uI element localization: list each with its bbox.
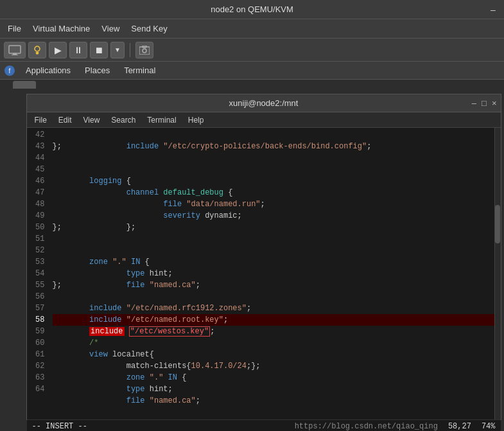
term-view[interactable]: View: [78, 115, 105, 125]
places-menu[interactable]: Places: [78, 64, 116, 76]
term-file[interactable]: File: [30, 115, 52, 125]
svg-point-7: [143, 49, 146, 53]
svg-point-3: [35, 46, 40, 51]
cursor-url: https://blog.csdn.net/qiao_qing: [295, 422, 438, 431]
svg-rect-4: [36, 52, 39, 53]
ln-59: 59: [27, 326, 50, 337]
vim-mode: -- INSERT --: [32, 422, 87, 431]
code-area[interactable]: 42 43 44 45 46 47 48 49 50 51 52 53 54 5…: [27, 128, 501, 419]
svg-rect-6: [139, 47, 150, 55]
play-button[interactable]: ▶: [49, 42, 67, 58]
folder-tab-area: [0, 80, 504, 89]
term-terminal[interactable]: Terminal: [142, 115, 181, 125]
menu-virtual-machine[interactable]: Virtual Machine: [28, 22, 95, 35]
pause-button[interactable]: ⏸: [69, 42, 87, 58]
scrollbar[interactable]: [494, 128, 501, 419]
app-bar: f Applications Places Terminal: [0, 62, 504, 80]
ln-55: 55: [27, 279, 50, 291]
toolbar: ▶ ⏸ ⏹ ▼: [0, 39, 504, 62]
code-line-44: [53, 152, 494, 164]
applications-menu[interactable]: Applications: [19, 64, 77, 76]
title-bar: node2 on QEMU/KVM –: [0, 0, 504, 19]
fedora-icon: f: [4, 65, 15, 76]
svg-rect-5: [36, 53, 39, 55]
svg-rect-2: [12, 55, 18, 55]
menu-bar: File Virtual Machine View Send Key: [0, 19, 504, 39]
screenshot-button[interactable]: [135, 42, 153, 58]
ln-58: 58: [27, 314, 50, 326]
ln-50: 50: [27, 222, 50, 233]
vim-status-bar: -- INSERT -- https://blog.csdn.net/qiao_…: [27, 419, 501, 431]
ln-51: 51: [27, 233, 50, 245]
terminal-title: xuniji@node2:/mnt: [229, 98, 299, 108]
ln-63: 63: [27, 372, 50, 383]
terminal-menu[interactable]: Terminal: [117, 64, 162, 76]
scroll-thumb[interactable]: [495, 205, 500, 243]
dropdown-button[interactable]: ▼: [110, 42, 125, 58]
svg-rect-0: [9, 46, 21, 53]
ln-62: 62: [27, 360, 50, 372]
window-controls: –: [487, 4, 499, 15]
term-search[interactable]: Search: [106, 115, 141, 125]
scroll-pct: 74%: [482, 422, 496, 431]
ln-44: 44: [27, 152, 50, 164]
ln-45: 45: [27, 164, 50, 175]
ln-42: 42: [27, 129, 50, 141]
folder-tab: [13, 81, 36, 89]
terminal-minimize[interactable]: –: [472, 98, 476, 108]
ln-52: 52: [27, 245, 50, 256]
code-line-42: include "/etc/crypto-policies/back-ends/…: [53, 129, 494, 141]
monitor-button[interactable]: [4, 42, 26, 58]
code-line-45: logging {: [53, 164, 494, 175]
ln-60: 60: [27, 337, 50, 349]
ln-48: 48: [27, 198, 50, 210]
ln-56: 56: [27, 291, 50, 303]
terminal-window: xuniji@node2:/mnt – □ × File Edit View S…: [26, 94, 501, 420]
minimize-button[interactable]: –: [487, 4, 499, 15]
terminal-controls: – □ ×: [472, 98, 497, 108]
ln-46: 46: [27, 175, 50, 187]
ln-47: 47: [27, 187, 50, 198]
ln-57: 57: [27, 303, 50, 314]
status-right: https://blog.csdn.net/qiao_qing 58,27 74…: [295, 422, 496, 431]
terminal-menu-bar: File Edit View Search Terminal Help: [27, 112, 501, 128]
ln-54: 54: [27, 268, 50, 279]
menu-send-key[interactable]: Send Key: [126, 22, 172, 35]
ln-64: 64: [27, 383, 50, 395]
term-edit[interactable]: Edit: [53, 115, 77, 125]
terminal-title-bar: xuniji@node2:/mnt – □ ×: [27, 94, 501, 112]
cursor-pos: 58,27: [448, 422, 471, 431]
toolbar-separator: [130, 43, 130, 57]
line-numbers: 42 43 44 45 46 47 48 49 50 51 52 53 54 5…: [27, 128, 50, 419]
code-line-51: [53, 233, 494, 245]
menu-view[interactable]: View: [96, 22, 125, 35]
code-line-52: zone "." IN {: [53, 245, 494, 256]
svg-rect-1: [13, 53, 17, 55]
code-line-56: include "/etc/named.rfc1912.zones";: [53, 291, 494, 303]
ln-49: 49: [27, 210, 50, 222]
lightbulb-button[interactable]: [28, 42, 46, 58]
window-title: node2 on QEMU/KVM: [211, 4, 293, 14]
stop-button[interactable]: ⏹: [90, 42, 108, 58]
terminal-maximize[interactable]: □: [482, 98, 487, 108]
ln-61: 61: [27, 349, 50, 360]
menu-file[interactable]: File: [3, 22, 26, 35]
ln-53: 53: [27, 256, 50, 268]
code-line-60: view localnet{: [53, 337, 494, 349]
code-content[interactable]: include "/etc/crypto-policies/back-ends/…: [50, 128, 494, 419]
term-help[interactable]: Help: [183, 115, 209, 125]
terminal-close[interactable]: ×: [492, 98, 497, 108]
svg-text:f: f: [9, 67, 11, 75]
ln-43: 43: [27, 141, 50, 152]
